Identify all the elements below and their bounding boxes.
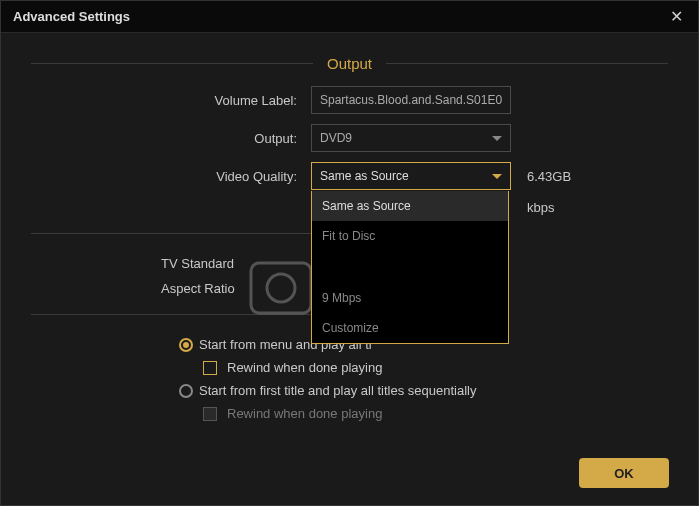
video-quality-select[interactable]: Same as Source [311, 162, 511, 190]
video-quality-label: Video Quality: [31, 169, 311, 184]
rewind-label-2: Rewind when done playing [227, 406, 382, 421]
dropdown-option[interactable] [312, 267, 508, 283]
start-from-first-radio[interactable]: Start from first title and play all titl… [179, 383, 476, 398]
dropdown-option[interactable]: Same as Source [312, 191, 508, 221]
volume-label-label: Volume Label: [31, 93, 311, 108]
output-select-value: DVD9 [320, 131, 352, 145]
volume-label-input[interactable] [311, 86, 511, 114]
divider [31, 63, 313, 64]
video-quality-value: Same as Source [320, 169, 409, 183]
video-quality-size: 6.43GB [527, 169, 571, 184]
radio-icon [179, 338, 193, 352]
kbps-unit: kbps [527, 200, 554, 215]
section-output-header: Output [31, 55, 668, 72]
section-output-title: Output [313, 55, 386, 72]
chevron-down-icon [492, 174, 502, 179]
dropdown-option[interactable] [312, 251, 508, 267]
rewind-label-1: Rewind when done playing [227, 360, 382, 375]
aspect-ratio-label: Aspect Ratio [161, 281, 311, 296]
divider [386, 63, 668, 64]
dropdown-option[interactable]: 9 Mbps [312, 283, 508, 313]
chevron-down-icon [492, 136, 502, 141]
output-label: Output: [31, 131, 311, 146]
start-from-first-label: Start from first title and play all titl… [199, 383, 476, 398]
tv-standard-label: TV Standard [161, 256, 311, 271]
radio-icon [179, 384, 193, 398]
window-title: Advanced Settings [13, 9, 130, 24]
dropdown-option[interactable]: Customize [312, 313, 508, 343]
dropdown-option[interactable]: Fit to Disc [312, 221, 508, 251]
close-icon[interactable]: ✕ [666, 7, 686, 27]
rewind-checkbox-2 [203, 407, 217, 421]
output-select[interactable]: DVD9 [311, 124, 511, 152]
video-quality-dropdown[interactable]: Same as Source Fit to Disc 9 Mbps Custom… [311, 191, 509, 344]
rewind-checkbox-1[interactable] [203, 361, 217, 375]
titlebar: Advanced Settings ✕ [1, 1, 698, 33]
ok-button[interactable]: OK [579, 458, 669, 488]
